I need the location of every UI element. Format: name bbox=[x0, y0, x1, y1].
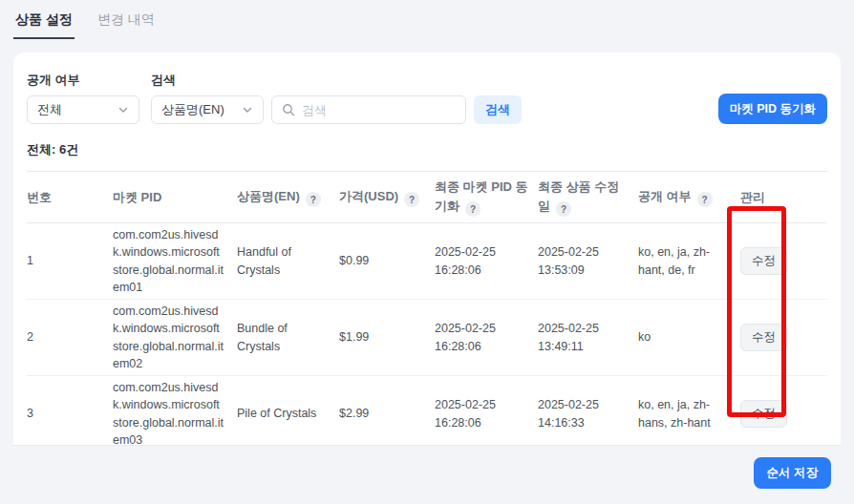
column-header: 번호 bbox=[27, 188, 113, 207]
help-icon[interactable]: ? bbox=[404, 192, 419, 207]
cell-sync: 2025-02-25 16:28:06 bbox=[435, 396, 538, 430]
cell-no: 1 bbox=[27, 252, 113, 269]
search-button[interactable]: 검색 bbox=[474, 95, 522, 124]
cell-name: Bundle of Crystals bbox=[237, 320, 339, 354]
table-body: 1com.com2us.hivesdk.windows.microsoftsto… bbox=[27, 223, 827, 446]
total-count: 전체: 6건 bbox=[27, 141, 827, 158]
edit-button[interactable]: 수정 bbox=[740, 247, 787, 275]
cell-manage: 수정 bbox=[740, 400, 827, 428]
search-type-select-value: 상품명(EN) bbox=[161, 101, 224, 118]
product-table: 번호마켓 PID상품명(EN)?가격(USD)?최종 마켓 PID 동기화?최종… bbox=[27, 171, 827, 446]
market-pid-sync-button[interactable]: 마켓 PID 동기화 bbox=[718, 94, 827, 124]
cell-modified: 2025-02-25 13:53:09 bbox=[538, 243, 638, 278]
edit-button[interactable]: 수정 bbox=[740, 324, 787, 351]
column-header: 최종 상품 수정일? bbox=[538, 178, 638, 217]
product-settings-panel: 공개 여부 전체 검색 상품명(EN) 검색 마켓 PID 동기화 전체: bbox=[13, 52, 841, 446]
table-row: 2com.com2us.hivesdk.windows.microsoftsto… bbox=[27, 300, 827, 376]
tab-product-settings[interactable]: 상품 설정 bbox=[13, 8, 75, 39]
cell-price: $0.99 bbox=[339, 252, 435, 269]
search-filter-label: 검색 bbox=[151, 72, 522, 89]
column-header: 마켓 PID bbox=[113, 188, 237, 207]
cell-pid: com.com2us.hivesdk.windows.microsoftstor… bbox=[113, 379, 237, 446]
save-order-button[interactable]: 순서 저장 bbox=[754, 457, 831, 489]
cell-modified: 2025-02-25 13:49:11 bbox=[538, 320, 638, 354]
visibility-filter-label: 공개 여부 bbox=[27, 72, 139, 89]
cell-modified: 2025-02-25 14:16:33 bbox=[538, 396, 638, 430]
filter-row: 공개 여부 전체 검색 상품명(EN) 검색 마켓 PID 동기화 bbox=[27, 72, 827, 124]
cell-pid: com.com2us.hivesdk.windows.microsoftstor… bbox=[113, 226, 237, 296]
search-icon bbox=[282, 103, 295, 116]
cell-no: 2 bbox=[27, 328, 113, 346]
visibility-select[interactable]: 전체 bbox=[27, 95, 139, 124]
chevron-down-icon bbox=[242, 104, 253, 116]
table-row: 3com.com2us.hivesdk.windows.microsoftsto… bbox=[27, 376, 827, 446]
tab-change-history[interactable]: 변경 내역 bbox=[96, 8, 157, 39]
column-header: 최종 마켓 PID 동기화? bbox=[435, 178, 538, 217]
column-header: 상품명(EN)? bbox=[237, 187, 339, 208]
cell-name: Pile of Crystals bbox=[237, 405, 339, 422]
cell-price: $2.99 bbox=[339, 405, 435, 422]
search-input[interactable] bbox=[302, 103, 456, 117]
cell-visibility: ko, en, ja, zh-hant, de, fr bbox=[638, 243, 740, 278]
cell-visibility: ko bbox=[638, 328, 740, 346]
column-header: 공개 여부? bbox=[638, 187, 740, 208]
cell-no: 3 bbox=[27, 405, 113, 422]
column-header: 가격(USD)? bbox=[339, 187, 435, 208]
cell-manage: 수정 bbox=[740, 247, 827, 275]
cell-name: Handful of Crystals bbox=[237, 243, 339, 278]
edit-button[interactable]: 수정 bbox=[740, 400, 787, 428]
help-icon[interactable]: ? bbox=[465, 201, 480, 217]
help-icon[interactable]: ? bbox=[697, 192, 713, 207]
cell-pid: com.com2us.hivesdk.windows.microsoftstor… bbox=[113, 303, 237, 372]
cell-manage: 수정 bbox=[740, 324, 827, 351]
tab-bar: 상품 설정 변경 내역 bbox=[13, 8, 157, 39]
cell-sync: 2025-02-25 16:28:06 bbox=[435, 243, 538, 278]
help-icon[interactable]: ? bbox=[306, 192, 321, 207]
cell-price: $1.99 bbox=[339, 328, 435, 346]
search-input-wrap bbox=[271, 95, 466, 124]
table-row: 1com.com2us.hivesdk.windows.microsoftsto… bbox=[27, 223, 827, 300]
cell-sync: 2025-02-25 16:28:06 bbox=[435, 320, 538, 354]
table-header-row: 번호마켓 PID상품명(EN)?가격(USD)?최종 마켓 PID 동기화?최종… bbox=[27, 171, 827, 223]
chevron-down-icon bbox=[117, 104, 129, 116]
search-filter-group: 검색 상품명(EN) 검색 bbox=[151, 72, 522, 124]
search-type-select[interactable]: 상품명(EN) bbox=[151, 95, 264, 124]
visibility-filter-group: 공개 여부 전체 bbox=[27, 72, 139, 124]
column-header: 관리 bbox=[740, 188, 827, 207]
visibility-select-value: 전체 bbox=[37, 101, 62, 118]
cell-visibility: ko, en, ja, zh-hans, zh-hant bbox=[638, 396, 740, 430]
help-icon[interactable]: ? bbox=[556, 201, 571, 217]
